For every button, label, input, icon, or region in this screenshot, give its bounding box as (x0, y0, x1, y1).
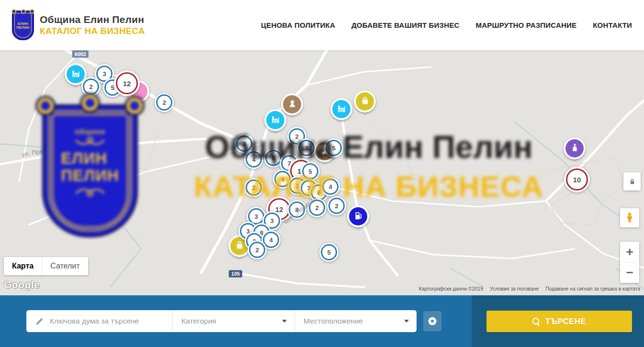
chevron-down-icon (404, 320, 409, 323)
advanced-search-button[interactable] (423, 311, 441, 331)
map-pin-factory[interactable] (330, 98, 352, 120)
search-icon (532, 318, 540, 325)
site-subtitle: КАТАЛОГ НА БИЗНЕСА (40, 26, 145, 36)
map-cluster-marker[interactable]: 2 (248, 240, 267, 259)
bag-icon (360, 96, 370, 108)
map-cluster-marker[interactable]: 12 (114, 70, 140, 96)
nav-item-timetable[interactable]: МАРШРУТНО РАЗПИСАНИЕ (475, 21, 576, 29)
gear-icon (427, 316, 438, 326)
church-icon (570, 143, 580, 155)
map-cluster-marker[interactable]: 5 (324, 138, 343, 157)
attribution-terms-link[interactable]: Условия за ползване (490, 286, 539, 291)
map-type-control: Карта Сателит (4, 257, 88, 275)
map-cluster-marker[interactable]: 5 (319, 243, 339, 262)
map-marker-layer: 3251222353467135242784128223338342510600… (0, 50, 644, 295)
fuel-icon (353, 211, 363, 223)
map-pin-church[interactable] (564, 137, 586, 159)
map-pin-fuel[interactable] (347, 205, 369, 227)
lock-icon (629, 178, 636, 185)
pegman-icon (624, 212, 635, 224)
municipality-crest-icon: ЕЛИНПЕЛИН (12, 11, 34, 40)
street-name-label: ул. Преслав (21, 146, 57, 158)
search-bar: Категория Местоположение ТЪРСЕНЕ (0, 295, 644, 347)
main-nav: ЦЕНОВА ПОЛИТИКА ДОБАВЕТЕ ВАШИЯТ БИЗНЕС М… (261, 21, 632, 29)
map-attribution: Картографски данни ©2019 Условия за полз… (419, 286, 640, 291)
keyword-search-input[interactable] (50, 317, 172, 325)
map-cluster-marker[interactable]: 3 (297, 138, 316, 157)
search-fields-group: Категория Местоположение (26, 310, 417, 332)
map-cluster-marker[interactable]: 2 (155, 93, 174, 112)
road-number-label: 105 (229, 270, 242, 278)
site-logo[interactable]: ЕЛИНПЕЛИН Община Елин Пелин КАТАЛОГ НА Б… (12, 11, 145, 40)
zoom-control: + − (620, 242, 639, 283)
attribution-report-link[interactable]: Подаване на сигнал за грешка в картата (545, 286, 640, 291)
bag-icon (235, 240, 245, 252)
street-view-pegman-button[interactable] (620, 208, 639, 227)
zoom-out-button[interactable]: − (620, 262, 639, 283)
nav-item-pricing[interactable]: ЦЕНОВА ПОЛИТИКА (261, 21, 335, 29)
search-button[interactable]: ТЪРСЕНЕ (486, 311, 632, 332)
map-type-map-button[interactable]: Карта (4, 257, 42, 275)
map-cluster-marker[interactable]: 10 (564, 167, 590, 192)
header: ЕЛИНПЕЛИН Община Елин Пелин КАТАЛОГ НА Б… (0, 0, 644, 50)
pencil-icon (35, 317, 44, 326)
chevron-down-icon (282, 320, 287, 323)
map-cluster-marker[interactable]: 4 (244, 150, 263, 169)
nav-item-add-business[interactable]: ДОБАВЕТЕ ВАШИЯТ БИЗНЕС (351, 21, 459, 29)
map-cluster-marker[interactable]: 4 (321, 177, 340, 196)
zoom-in-button[interactable]: + (620, 242, 639, 262)
map-type-satellite-button[interactable]: Сателит (42, 257, 88, 275)
worker-icon (287, 99, 297, 111)
category-select[interactable]: Категория (172, 310, 294, 332)
factory-icon (337, 103, 347, 115)
map-pin-factory[interactable] (264, 109, 286, 131)
map-cluster-marker[interactable]: 2 (327, 196, 346, 215)
lock-control-button[interactable] (623, 172, 641, 190)
factory-icon (71, 68, 81, 80)
google-map[interactable]: 3251222353467135242784128223338342510600… (0, 50, 644, 295)
nav-item-contacts[interactable]: КОНТАКТИ (593, 21, 632, 29)
map-cluster-marker[interactable]: 2 (244, 178, 263, 197)
location-select[interactable]: Местоположение (294, 310, 417, 332)
map-pin-bag[interactable] (354, 90, 376, 112)
map-cluster-marker[interactable]: 2 (81, 77, 101, 96)
google-logo[interactable]: Google (4, 279, 40, 291)
factory-icon (271, 114, 281, 126)
site-title: Община Елин Пелин (40, 14, 145, 25)
attribution-data-credit: Картографски данни ©2019 (419, 286, 483, 291)
road-number-label: 6002 (72, 51, 89, 58)
page: ЕЛИНПЕЛИН Община Елин Пелин КАТАЛОГ НА Б… (0, 0, 644, 347)
